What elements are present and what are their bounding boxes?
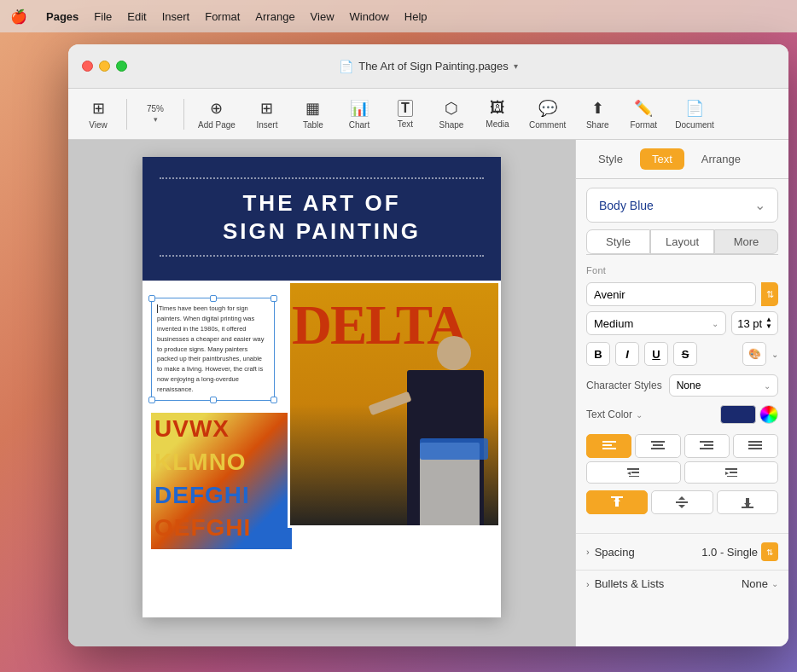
font-weight-select[interactable]: Medium ⌄ xyxy=(586,311,726,335)
font-size-box[interactable]: 13 pt ▲ ▼ xyxy=(731,311,778,335)
align-center-button[interactable] xyxy=(635,434,680,458)
comment-button[interactable]: 💬 Comment xyxy=(522,96,573,133)
strikethrough-button[interactable]: S xyxy=(673,342,697,366)
selection-handle-bl[interactable] xyxy=(148,397,155,403)
shape-icon: ⬡ xyxy=(445,99,458,118)
document-title: The Art of Sign Painting xyxy=(160,189,484,245)
indent-increase-button[interactable] xyxy=(684,461,779,484)
toolbar-divider-2 xyxy=(183,99,184,130)
subtab-layout[interactable]: Layout xyxy=(650,229,714,254)
font-name-select[interactable]: Avenir xyxy=(586,282,756,306)
bullets-chevron-down-icon: ⌄ xyxy=(771,579,778,588)
valign-bottom-icon xyxy=(742,496,753,508)
text-content-box[interactable]: Times have been tough for sign painters.… xyxy=(151,298,275,401)
selection-handle-br[interactable] xyxy=(271,397,277,403)
dotted-line-top xyxy=(160,177,484,179)
spacing-stepper[interactable]: ⇅ xyxy=(761,542,778,561)
table-button[interactable]: ▦ Table xyxy=(292,96,335,133)
insert-icon: ⊞ xyxy=(260,99,273,118)
underline-button[interactable]: U xyxy=(644,342,668,366)
bullets-label: Bullets & Lists xyxy=(595,577,665,590)
canvas-area[interactable]: The Art of Sign Painting UVWX KLMNO DEFG… xyxy=(68,140,575,646)
shape-button[interactable]: ⬡ Shape xyxy=(430,96,473,133)
indent-decrease-button[interactable] xyxy=(586,461,681,484)
alphabet-image: UVWX KLMNO DEFGHI OEFGHI xyxy=(151,413,292,549)
format-button[interactable]: ✏️ Format xyxy=(622,96,665,133)
svg-marker-32 xyxy=(744,503,751,507)
font-name-arrow-icon[interactable]: ⇅ xyxy=(761,282,778,306)
main-content: The Art of Sign Painting UVWX KLMNO DEFG… xyxy=(68,140,788,646)
menu-format[interactable]: Format xyxy=(205,10,240,23)
menu-arrange[interactable]: Arrange xyxy=(255,10,294,23)
align-right-button[interactable] xyxy=(684,434,730,458)
text-color-swatch[interactable] xyxy=(720,405,756,424)
close-button[interactable] xyxy=(82,61,93,72)
chart-button[interactable]: 📊 Chart xyxy=(338,96,381,133)
document-button[interactable]: 📄 Document xyxy=(668,96,721,133)
tab-text[interactable]: Text xyxy=(640,148,684,170)
svg-rect-4 xyxy=(651,441,665,443)
color-wheel-button[interactable] xyxy=(759,405,778,424)
share-button[interactable]: ⬆ Share xyxy=(576,96,619,133)
italic-button[interactable]: I xyxy=(615,342,639,366)
font-name-row: Avenir ⇅ xyxy=(586,282,778,306)
comment-label: Comment xyxy=(529,120,566,130)
window-title-area[interactable]: 📄 The Art of Sign Painting.pages ▾ xyxy=(339,60,518,73)
view-button[interactable]: ⊞ View xyxy=(77,96,119,133)
comment-icon: 💬 xyxy=(538,99,557,118)
app-name[interactable]: Pages xyxy=(46,10,79,23)
menu-help[interactable]: Help xyxy=(404,10,428,23)
maximize-button[interactable] xyxy=(116,61,127,72)
char-styles-select[interactable]: None ⌄ xyxy=(669,374,778,397)
tab-arrange[interactable]: Arrange xyxy=(689,148,753,170)
view-label: View xyxy=(89,120,108,130)
share-label: Share xyxy=(586,120,609,130)
traffic-lights xyxy=(82,61,127,72)
zoom-button[interactable]: 75% ▾ xyxy=(134,101,177,127)
tab-style[interactable]: Style xyxy=(586,148,635,170)
align-left-button[interactable] xyxy=(586,434,631,458)
menu-insert[interactable]: Insert xyxy=(162,10,190,23)
valign-top-button[interactable] xyxy=(586,490,648,514)
alphabet-row2: KLMNO xyxy=(151,446,292,479)
spacing-row[interactable]: › Spacing 1.0 - Single ⇅ xyxy=(576,533,788,570)
sign-painter-image-container: DELTA xyxy=(288,281,501,528)
panel-tabs: Style Text Arrange xyxy=(576,140,788,179)
subtab-more[interactable]: More xyxy=(714,229,778,254)
indent-increase-icon xyxy=(725,468,737,477)
font-weight-chevron-icon: ⌄ xyxy=(712,319,718,328)
align-justify-button[interactable] xyxy=(733,434,778,458)
svg-marker-29 xyxy=(678,505,685,508)
view-icon: ⊞ xyxy=(92,99,105,118)
selection-handle-tm[interactable] xyxy=(210,295,217,302)
shape-label: Shape xyxy=(439,120,463,130)
menu-edit[interactable]: Edit xyxy=(127,10,146,23)
font-color-chevron-icon[interactable]: ⌄ xyxy=(771,350,778,359)
subtab-style[interactable]: Style xyxy=(586,229,650,254)
add-page-button[interactable]: ⊕ Add Page xyxy=(191,96,242,133)
align-center-icon xyxy=(651,441,665,451)
font-size-down-icon[interactable]: ▼ xyxy=(765,323,772,330)
add-page-icon: ⊕ xyxy=(210,99,223,118)
selection-handle-bm[interactable] xyxy=(210,397,217,403)
valign-bottom-button[interactable] xyxy=(717,490,778,514)
bold-button[interactable]: B xyxy=(586,342,610,366)
minimize-button[interactable] xyxy=(99,61,110,72)
format-icon: ✏️ xyxy=(634,99,653,118)
valign-middle-button[interactable] xyxy=(651,490,713,514)
menu-view[interactable]: View xyxy=(311,10,335,23)
bullets-select[interactable]: None ⌄ xyxy=(742,577,778,590)
bullets-row[interactable]: › Bullets & Lists None ⌄ xyxy=(576,570,788,597)
selection-handle-tl[interactable] xyxy=(148,295,155,302)
text-button[interactable]: T Text xyxy=(384,96,427,132)
font-color-picker-button[interactable]: 🎨 xyxy=(742,342,766,366)
media-button[interactable]: 🖼 Media xyxy=(476,96,519,132)
valign-row xyxy=(586,490,778,514)
menu-file[interactable]: File xyxy=(94,10,112,23)
selection-handle-tr[interactable] xyxy=(271,295,277,302)
menu-window[interactable]: Window xyxy=(350,10,389,23)
svg-marker-26 xyxy=(614,498,620,501)
style-dropdown[interactable]: Body Blue ⌄ xyxy=(586,188,778,223)
insert-button[interactable]: ⊞ Insert xyxy=(246,96,288,133)
svg-rect-27 xyxy=(676,501,688,503)
